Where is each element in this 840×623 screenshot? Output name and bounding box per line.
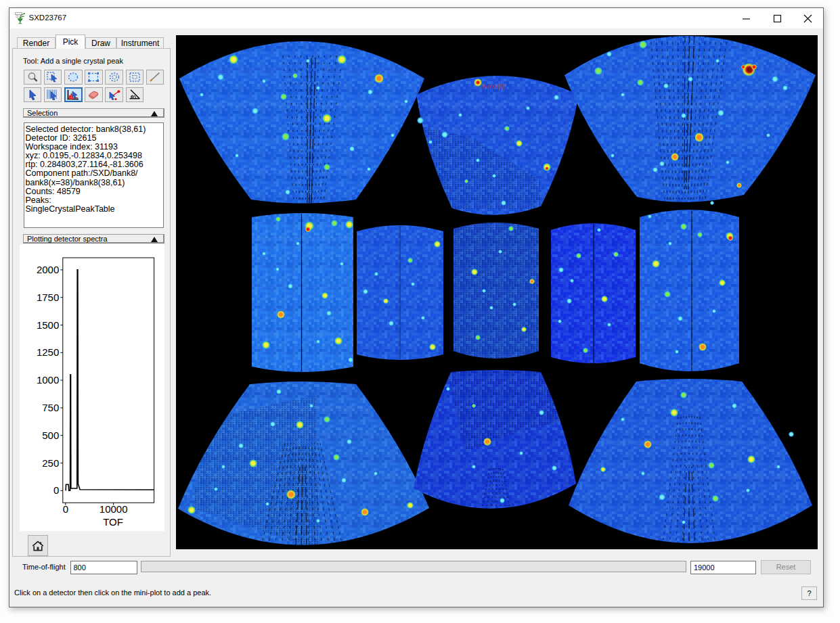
svg-text:1750: 1750 [37,292,59,303]
svg-text:1500: 1500 [37,319,59,331]
svg-text:10000: 10000 [100,503,128,515]
svg-text:2000: 2000 [37,264,59,275]
svg-text:250: 250 [42,457,59,469]
svg-text:750: 750 [42,402,59,413]
svg-text:0: 0 [53,484,59,496]
svg-text:TOF: TOF [103,516,123,528]
svg-text:0 0 0 [0]: 0 0 0 [0] [482,83,505,90]
svg-text:1250: 1250 [37,346,59,358]
svg-text:1000: 1000 [37,374,59,386]
svg-text:0: 0 [63,503,68,515]
svg-text:500: 500 [42,430,59,441]
